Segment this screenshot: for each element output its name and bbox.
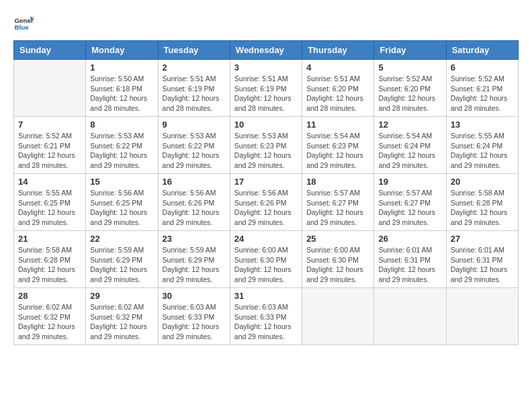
day-number: 9 xyxy=(163,120,226,130)
calendar-cell: 18Sunrise: 5:57 AM Sunset: 6:27 PM Dayli… xyxy=(302,174,374,231)
cell-content: Sunrise: 5:58 AM Sunset: 6:28 PM Dayligh… xyxy=(18,245,81,285)
calendar-body: 1Sunrise: 5:50 AM Sunset: 6:18 PM Daylig… xyxy=(14,60,519,345)
calendar-cell: 8Sunrise: 5:53 AM Sunset: 6:22 PM Daylig… xyxy=(86,117,158,174)
cell-content: Sunrise: 5:50 AM Sunset: 6:18 PM Dayligh… xyxy=(90,74,153,113)
calendar-cell: 11Sunrise: 5:54 AM Sunset: 6:23 PM Dayli… xyxy=(302,117,374,174)
calendar-cell: 2Sunrise: 5:51 AM Sunset: 6:19 PM Daylig… xyxy=(158,60,230,117)
calendar-cell: 9Sunrise: 5:53 AM Sunset: 6:22 PM Daylig… xyxy=(158,117,230,174)
day-number: 13 xyxy=(451,120,514,130)
calendar-cell: 7Sunrise: 5:52 AM Sunset: 6:21 PM Daylig… xyxy=(14,117,86,174)
day-number: 6 xyxy=(451,62,514,73)
day-number: 2 xyxy=(163,62,226,73)
day-number: 14 xyxy=(18,177,81,187)
week-row-1: 1Sunrise: 5:50 AM Sunset: 6:18 PM Daylig… xyxy=(14,60,519,117)
logo: General Blue xyxy=(13,13,34,34)
calendar-cell: 4Sunrise: 5:51 AM Sunset: 6:20 PM Daylig… xyxy=(302,60,374,117)
day-number: 20 xyxy=(451,177,514,187)
calendar-table: SundayMondayTuesdayWednesdayThursdayFrid… xyxy=(13,40,519,345)
day-number: 27 xyxy=(451,234,514,244)
calendar-cell xyxy=(302,288,374,345)
calendar-cell: 22Sunrise: 5:59 AM Sunset: 6:29 PM Dayli… xyxy=(86,231,158,288)
calendar-cell: 29Sunrise: 6:02 AM Sunset: 6:32 PM Dayli… xyxy=(86,288,158,345)
calendar-cell: 24Sunrise: 6:00 AM Sunset: 6:30 PM Dayli… xyxy=(230,231,302,288)
day-number: 12 xyxy=(378,120,441,130)
day-number: 28 xyxy=(18,291,81,301)
calendar-cell: 12Sunrise: 5:54 AM Sunset: 6:24 PM Dayli… xyxy=(374,117,446,174)
day-number: 1 xyxy=(90,62,153,73)
day-number: 29 xyxy=(90,291,153,301)
day-number: 16 xyxy=(163,177,226,187)
cell-content: Sunrise: 5:53 AM Sunset: 6:22 PM Dayligh… xyxy=(90,131,153,171)
day-number: 30 xyxy=(163,291,226,301)
day-header-sunday: Sunday xyxy=(14,41,86,60)
day-number: 18 xyxy=(306,177,369,187)
calendar-cell xyxy=(14,60,86,117)
cell-content: Sunrise: 5:58 AM Sunset: 6:28 PM Dayligh… xyxy=(451,188,514,228)
day-header-saturday: Saturday xyxy=(446,41,518,60)
day-header-thursday: Thursday xyxy=(302,41,374,60)
cell-content: Sunrise: 5:54 AM Sunset: 6:23 PM Dayligh… xyxy=(306,131,369,171)
cell-content: Sunrise: 6:02 AM Sunset: 6:32 PM Dayligh… xyxy=(90,302,153,342)
day-number: 26 xyxy=(378,234,441,244)
day-number: 10 xyxy=(234,120,298,130)
cell-content: Sunrise: 6:01 AM Sunset: 6:31 PM Dayligh… xyxy=(378,245,441,285)
calendar-cell: 23Sunrise: 5:59 AM Sunset: 6:29 PM Dayli… xyxy=(158,231,230,288)
calendar-cell: 20Sunrise: 5:58 AM Sunset: 6:28 PM Dayli… xyxy=(446,174,518,231)
cell-content: Sunrise: 5:59 AM Sunset: 6:29 PM Dayligh… xyxy=(90,245,153,285)
svg-text:Blue: Blue xyxy=(15,24,30,31)
cell-content: Sunrise: 5:57 AM Sunset: 6:27 PM Dayligh… xyxy=(378,188,441,228)
day-number: 11 xyxy=(306,120,369,130)
calendar-cell: 15Sunrise: 5:56 AM Sunset: 6:25 PM Dayli… xyxy=(86,174,158,231)
cell-content: Sunrise: 6:00 AM Sunset: 6:30 PM Dayligh… xyxy=(306,245,369,285)
day-number: 23 xyxy=(163,234,226,244)
calendar-cell: 10Sunrise: 5:53 AM Sunset: 6:23 PM Dayli… xyxy=(230,117,302,174)
week-row-5: 28Sunrise: 6:02 AM Sunset: 6:32 PM Dayli… xyxy=(14,288,519,345)
cell-content: Sunrise: 5:52 AM Sunset: 6:21 PM Dayligh… xyxy=(18,131,81,171)
calendar-cell: 5Sunrise: 5:52 AM Sunset: 6:20 PM Daylig… xyxy=(374,60,446,117)
calendar-cell: 30Sunrise: 6:03 AM Sunset: 6:33 PM Dayli… xyxy=(158,288,230,345)
calendar-cell: 25Sunrise: 6:00 AM Sunset: 6:30 PM Dayli… xyxy=(302,231,374,288)
calendar-cell: 14Sunrise: 5:55 AM Sunset: 6:25 PM Dayli… xyxy=(14,174,86,231)
day-number: 15 xyxy=(90,177,153,187)
day-number: 24 xyxy=(234,234,298,244)
calendar-cell: 17Sunrise: 5:56 AM Sunset: 6:26 PM Dayli… xyxy=(230,174,302,231)
day-number: 22 xyxy=(90,234,153,244)
week-row-3: 14Sunrise: 5:55 AM Sunset: 6:25 PM Dayli… xyxy=(14,174,519,231)
calendar-cell: 21Sunrise: 5:58 AM Sunset: 6:28 PM Dayli… xyxy=(14,231,86,288)
logo-icon: General Blue xyxy=(13,13,34,34)
calendar-cell: 26Sunrise: 6:01 AM Sunset: 6:31 PM Dayli… xyxy=(374,231,446,288)
calendar-cell: 27Sunrise: 6:01 AM Sunset: 6:31 PM Dayli… xyxy=(446,231,518,288)
cell-content: Sunrise: 5:55 AM Sunset: 6:25 PM Dayligh… xyxy=(18,188,81,228)
cell-content: Sunrise: 5:51 AM Sunset: 6:19 PM Dayligh… xyxy=(163,74,226,113)
cell-content: Sunrise: 6:03 AM Sunset: 6:33 PM Dayligh… xyxy=(163,302,226,342)
cell-content: Sunrise: 5:52 AM Sunset: 6:20 PM Dayligh… xyxy=(378,74,441,113)
cell-content: Sunrise: 5:56 AM Sunset: 6:26 PM Dayligh… xyxy=(163,188,226,228)
day-number: 21 xyxy=(18,234,81,244)
week-row-2: 7Sunrise: 5:52 AM Sunset: 6:21 PM Daylig… xyxy=(14,117,519,174)
calendar-cell: 28Sunrise: 6:02 AM Sunset: 6:32 PM Dayli… xyxy=(14,288,86,345)
day-number: 8 xyxy=(90,120,153,130)
cell-content: Sunrise: 6:02 AM Sunset: 6:32 PM Dayligh… xyxy=(18,302,81,342)
cell-content: Sunrise: 5:56 AM Sunset: 6:25 PM Dayligh… xyxy=(90,188,153,228)
calendar-cell: 1Sunrise: 5:50 AM Sunset: 6:18 PM Daylig… xyxy=(86,60,158,117)
day-number: 3 xyxy=(234,62,298,73)
day-number: 19 xyxy=(378,177,441,187)
calendar-cell xyxy=(446,288,518,345)
calendar-cell: 3Sunrise: 5:51 AM Sunset: 6:19 PM Daylig… xyxy=(230,60,302,117)
day-number: 5 xyxy=(378,62,441,73)
day-number: 7 xyxy=(18,120,81,130)
cell-content: Sunrise: 5:53 AM Sunset: 6:23 PM Dayligh… xyxy=(234,131,298,171)
calendar-header-row: SundayMondayTuesdayWednesdayThursdayFrid… xyxy=(14,41,519,60)
cell-content: Sunrise: 6:00 AM Sunset: 6:30 PM Dayligh… xyxy=(234,245,298,285)
calendar-cell xyxy=(374,288,446,345)
cell-content: Sunrise: 5:56 AM Sunset: 6:26 PM Dayligh… xyxy=(234,188,298,228)
cell-content: Sunrise: 5:59 AM Sunset: 6:29 PM Dayligh… xyxy=(163,245,226,285)
cell-content: Sunrise: 5:52 AM Sunset: 6:21 PM Dayligh… xyxy=(451,74,514,113)
cell-content: Sunrise: 5:51 AM Sunset: 6:20 PM Dayligh… xyxy=(306,74,369,113)
day-number: 31 xyxy=(234,291,298,301)
calendar-cell: 19Sunrise: 5:57 AM Sunset: 6:27 PM Dayli… xyxy=(374,174,446,231)
cell-content: Sunrise: 5:54 AM Sunset: 6:24 PM Dayligh… xyxy=(378,131,441,171)
calendar-cell: 16Sunrise: 5:56 AM Sunset: 6:26 PM Dayli… xyxy=(158,174,230,231)
week-row-4: 21Sunrise: 5:58 AM Sunset: 6:28 PM Dayli… xyxy=(14,231,519,288)
cell-content: Sunrise: 5:53 AM Sunset: 6:22 PM Dayligh… xyxy=(163,131,226,171)
